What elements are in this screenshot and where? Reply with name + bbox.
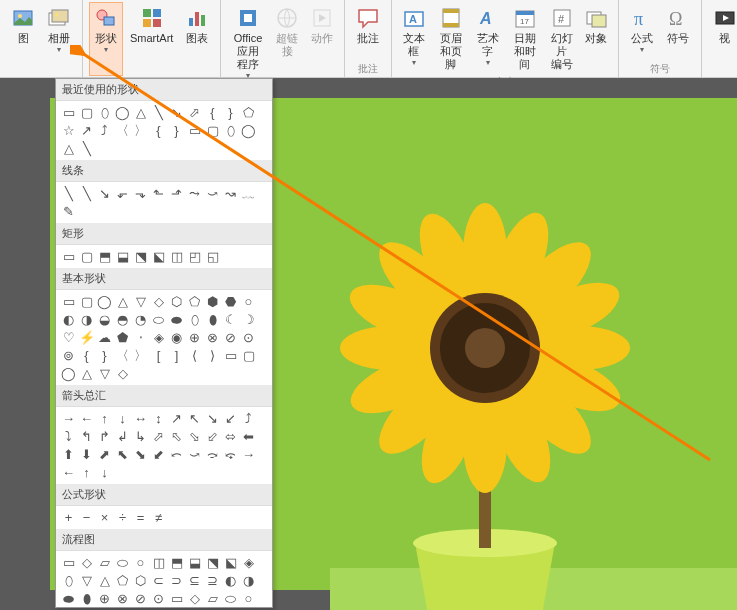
shape-item[interactable]: } xyxy=(168,122,185,139)
shape-item[interactable]: ⊃ xyxy=(168,572,185,589)
video-button[interactable]: 视 xyxy=(708,2,737,76)
shape-item[interactable]: ▢ xyxy=(78,104,95,121)
shape-item[interactable]: ◇ xyxy=(78,554,95,571)
shape-item[interactable]: ⬭ xyxy=(114,554,131,571)
shape-item[interactable]: + xyxy=(60,509,77,526)
shape-item[interactable]: ↰ xyxy=(78,428,95,445)
shape-item[interactable]: ↕ xyxy=(150,410,167,427)
shape-item[interactable]: ⬑ xyxy=(150,185,167,202)
shape-item[interactable]: 〉 xyxy=(132,122,149,139)
shapes-button[interactable]: 形状▾ xyxy=(89,2,123,76)
shape-item[interactable]: ⬈ xyxy=(96,446,113,463)
shape-item[interactable]: ☾ xyxy=(222,311,239,328)
shape-item[interactable]: ] xyxy=(168,347,185,364)
object-button[interactable]: 对象 xyxy=(580,2,612,75)
shape-item[interactable]: ⊆ xyxy=(186,572,203,589)
shape-item[interactable]: ⬔ xyxy=(204,554,221,571)
symbol-button[interactable]: Ω符号 xyxy=(661,2,695,62)
shape-item[interactable]: ╲ xyxy=(78,140,95,157)
shape-item[interactable]: ⬀ xyxy=(150,428,167,445)
shape-item[interactable]: ⟩ xyxy=(204,347,221,364)
shape-item[interactable]: } xyxy=(96,347,113,364)
shape-item[interactable]: ↓ xyxy=(96,464,113,481)
shape-item[interactable]: ⬠ xyxy=(240,104,257,121)
shape-item[interactable]: { xyxy=(78,347,95,364)
shape-item[interactable]: ⊚ xyxy=(60,347,77,364)
shape-item[interactable]: ▭ xyxy=(168,590,185,607)
shape-item[interactable]: ⬞ xyxy=(132,329,149,346)
shape-item[interactable]: ♡ xyxy=(60,329,77,346)
shape-item[interactable]: ⊘ xyxy=(222,329,239,346)
shape-item[interactable]: × xyxy=(96,509,113,526)
shape-item[interactable]: ↑ xyxy=(78,464,95,481)
shape-item[interactable]: ▢ xyxy=(78,248,95,265)
shape-item[interactable]: △ xyxy=(78,365,95,382)
shape-item[interactable]: ⬮ xyxy=(204,311,221,328)
shape-item[interactable]: ⬁ xyxy=(168,428,185,445)
shape-item[interactable]: ⤺ xyxy=(168,446,185,463)
shape-item[interactable]: ↗ xyxy=(78,122,95,139)
shape-item[interactable]: } xyxy=(222,104,239,121)
shape-item[interactable]: 〈 xyxy=(114,347,131,364)
shape-item[interactable]: ← xyxy=(78,410,95,427)
wordart-button[interactable]: A艺术字▾ xyxy=(472,2,504,75)
shape-item[interactable]: ⬄ xyxy=(222,428,239,445)
shape-item[interactable]: ⤻ xyxy=(186,446,203,463)
shape-item[interactable]: ⬬ xyxy=(60,590,77,607)
shape-item[interactable]: ◐ xyxy=(60,311,77,328)
shape-item[interactable]: ☽ xyxy=(240,311,257,328)
shape-item[interactable]: ↘ xyxy=(96,185,113,202)
shape-item[interactable]: ○ xyxy=(240,590,257,607)
shape-item[interactable]: ⬅ xyxy=(240,428,257,445)
shape-item[interactable]: ⊕ xyxy=(186,329,203,346)
shape-item[interactable]: ⬉ xyxy=(114,446,131,463)
shape-item[interactable]: ▭ xyxy=(222,347,239,364)
shape-item[interactable]: ⬡ xyxy=(168,293,185,310)
shape-item[interactable]: ▭ xyxy=(60,248,77,265)
shape-item[interactable]: ◈ xyxy=(240,554,257,571)
shape-item[interactable]: ◫ xyxy=(150,554,167,571)
shape-item[interactable]: ⊙ xyxy=(240,329,257,346)
shape-item[interactable]: ⬃ xyxy=(204,428,221,445)
shape-item[interactable]: ⬇ xyxy=(78,446,95,463)
shape-item[interactable]: ⚡ xyxy=(78,329,95,346)
shape-item[interactable]: { xyxy=(150,122,167,139)
shape-item[interactable]: 〉 xyxy=(132,347,149,364)
shape-item[interactable]: ⊇ xyxy=(204,572,221,589)
shape-item[interactable]: ⤵ xyxy=(60,428,77,445)
shape-item[interactable]: ⬭ xyxy=(222,590,239,607)
shape-item[interactable]: ◓ xyxy=(114,311,131,328)
shape-item[interactable]: = xyxy=(132,509,149,526)
shape-item[interactable]: ⬎ xyxy=(132,185,149,202)
shape-item[interactable]: ☁ xyxy=(96,329,113,346)
datetime-button[interactable]: 17日期和时间 xyxy=(506,2,544,75)
shape-item[interactable]: ⬏ xyxy=(168,185,185,202)
chart-button[interactable]: 图表 xyxy=(180,2,214,76)
shape-item[interactable]: ◱ xyxy=(204,248,221,265)
shape-item[interactable]: ⊗ xyxy=(114,590,131,607)
shape-item[interactable]: ⤼ xyxy=(204,446,221,463)
shape-item[interactable]: ▱ xyxy=(204,590,221,607)
shape-item[interactable]: ⬕ xyxy=(222,554,239,571)
shape-item[interactable]: ↝ xyxy=(222,185,239,202)
shape-item[interactable]: ⟨ xyxy=(186,347,203,364)
shape-item[interactable]: ◈ xyxy=(150,329,167,346)
shape-item[interactable]: ↳ xyxy=(132,428,149,445)
shape-item[interactable]: ↲ xyxy=(114,428,131,445)
office-apps-button[interactable]: Office应用程序▾ xyxy=(227,2,268,84)
shape-item[interactable]: ▭ xyxy=(60,293,77,310)
shape-item[interactable]: ⬬ xyxy=(168,311,185,328)
shape-item[interactable]: ⬯ xyxy=(96,104,113,121)
slide-number-button[interactable]: #幻灯片编号 xyxy=(546,2,578,75)
shape-item[interactable]: ▢ xyxy=(204,122,221,139)
shape-item[interactable]: ⬂ xyxy=(186,428,203,445)
header-footer-button[interactable]: 页眉和页脚 xyxy=(432,2,470,75)
shape-item[interactable]: ⬣ xyxy=(222,293,239,310)
shape-item[interactable]: ⤻ xyxy=(204,185,221,202)
shape-item[interactable]: ◇ xyxy=(186,590,203,607)
shape-item[interactable]: ↘ xyxy=(204,410,221,427)
shape-item[interactable]: ▽ xyxy=(96,365,113,382)
shape-item[interactable]: ⬢ xyxy=(204,293,221,310)
shape-item[interactable]: ▭ xyxy=(60,104,77,121)
equation-button[interactable]: π公式▾ xyxy=(625,2,659,62)
